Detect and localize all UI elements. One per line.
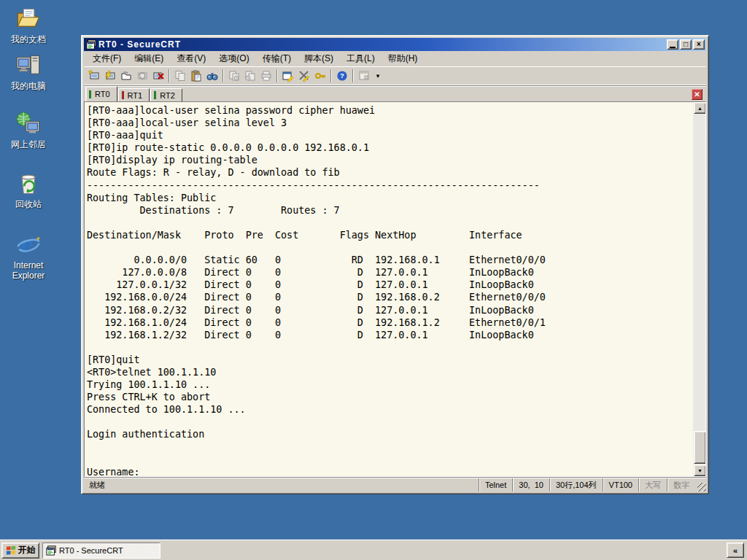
status-protocol: Telnet	[479, 478, 512, 491]
close-button[interactable]: ×	[693, 39, 705, 50]
task-button-label: RT0 - SecureCRT	[59, 546, 123, 555]
connect-in-tab-icon[interactable]	[118, 69, 134, 83]
find-icon[interactable]	[204, 69, 220, 83]
terminal-text: [RT0-aaa]local-user selina password ciph…	[85, 102, 693, 476]
desktop-icon-label: 我的电脑	[4, 81, 53, 91]
toolbar: ? ▾	[84, 66, 706, 85]
session-manager-icon[interactable]	[356, 69, 372, 83]
tab-label: RT1	[128, 91, 143, 100]
start-label: 开始	[18, 544, 36, 556]
global-options-icon[interactable]	[296, 69, 312, 83]
session-options-icon[interactable]	[280, 69, 296, 83]
terminal-screen[interactable]: [RT0-aaa]local-user selina password ciph…	[85, 102, 693, 476]
tab-status-connected-icon	[154, 91, 156, 99]
menu-file[interactable]: 文件(F)	[86, 51, 128, 66]
desktop-icon-my-computer[interactable]: 我的电脑	[4, 52, 53, 91]
desktop-icon-network-places[interactable]: 网上邻居	[4, 111, 53, 149]
status-rows-cols: 30行,104列	[549, 478, 603, 491]
tab-status-disconnected-icon	[122, 91, 124, 99]
quick-connect-icon[interactable]	[102, 69, 118, 83]
maximize-button[interactable]: □	[680, 39, 692, 50]
tab-status-connected-icon	[89, 90, 91, 98]
menu-options[interactable]: 选项(O)	[212, 51, 255, 66]
menu-view[interactable]: 查看(V)	[170, 51, 212, 66]
scroll-up-icon[interactable]: ▲	[694, 102, 706, 114]
my-computer-icon	[15, 52, 42, 79]
toolbar-separator	[276, 69, 278, 82]
scrollbar-thumb[interactable]	[694, 431, 706, 464]
securecrt-window: RT0 - SecureCRT □ × 文件(F) 编辑(E) 查看(V) 选项…	[81, 35, 709, 494]
securecrt-app-icon	[46, 545, 56, 556]
tab-rt1[interactable]: RT1	[118, 88, 150, 101]
network-places-icon	[15, 111, 42, 137]
tab-close-button[interactable]: ✕	[692, 89, 703, 100]
help-icon[interactable]: ?	[334, 69, 350, 83]
window-title: RT0 - SecureCRT	[98, 39, 665, 50]
tab-label: RT2	[160, 91, 175, 100]
print-icon[interactable]	[258, 69, 274, 83]
recycle-bin-icon	[15, 171, 42, 197]
svg-text:?: ?	[340, 71, 344, 79]
toolbar-separator	[222, 69, 224, 82]
titlebar[interactable]: RT0 - SecureCRT □ ×	[84, 38, 706, 51]
toolbar-separator	[352, 69, 354, 82]
securecrt-app-icon	[86, 39, 96, 50]
menu-edit[interactable]: 编辑(E)	[128, 51, 170, 66]
internet-explorer-icon: e	[15, 232, 42, 258]
resize-grip[interactable]	[695, 478, 706, 491]
windows-logo-icon	[6, 545, 16, 556]
receive-file-icon[interactable]	[242, 69, 258, 83]
desktop-icon-label: 我的文档	[4, 34, 53, 44]
menu-script[interactable]: 脚本(S)	[298, 51, 340, 66]
taskbar: 开始 RT0 - SecureCRT «	[0, 540, 747, 560]
connect-icon[interactable]	[86, 69, 102, 83]
session-tabbar: RT0 RT1 RT2 ✕	[84, 85, 706, 101]
terminal-area: [RT0-aaa]local-user selina password ciph…	[84, 101, 706, 477]
status-emulation: VT100	[603, 478, 638, 491]
disconnect-icon[interactable]	[150, 69, 166, 83]
tab-label: RT0	[95, 90, 110, 98]
menu-help[interactable]: 帮助(H)	[382, 51, 425, 66]
start-button[interactable]: 开始	[1, 542, 39, 559]
scroll-down-icon[interactable]: ▼	[694, 464, 706, 476]
tray-expander-button[interactable]: «	[727, 542, 744, 558]
desktop[interactable]: { "desktop": { "background_color": "#3A6…	[0, 0, 747, 560]
taskbar-task-securecrt[interactable]: RT0 - SecureCRT	[42, 542, 160, 559]
desktop-icon-recycle-bin[interactable]: 回收站	[4, 171, 53, 209]
vertical-scrollbar[interactable]: ▲ ▼	[693, 102, 705, 476]
desktop-icon-label: Internet Explorer	[4, 260, 53, 281]
tab-rt0[interactable]: RT0	[85, 86, 117, 101]
desktop-icon-internet-explorer[interactable]: e Internet Explorer	[4, 232, 53, 281]
desktop-icon-label: 网上邻居	[4, 139, 53, 149]
status-caps-lock: 大写	[638, 478, 667, 491]
status-cursor-position: 30, 10	[512, 478, 549, 491]
desktop-icon-my-documents[interactable]: 我的文档	[4, 6, 53, 44]
menu-transfer[interactable]: 传输(T)	[256, 51, 298, 66]
toolbar-separator	[169, 69, 170, 82]
minimize-button[interactable]	[667, 39, 678, 50]
paste-icon[interactable]	[188, 69, 204, 83]
svg-text:e: e	[21, 232, 35, 257]
menu-tools[interactable]: 工具(L)	[340, 51, 382, 66]
status-ready: 就绪	[84, 478, 479, 491]
copy-icon[interactable]	[172, 69, 188, 83]
toolbar-separator	[330, 69, 332, 82]
statusbar: 就绪 Telnet 30, 10 30行,104列 VT100 大写 数字	[84, 477, 706, 491]
toolbar-overflow-icon[interactable]: ▾	[374, 72, 382, 79]
reconnect-icon[interactable]	[134, 69, 150, 83]
status-num-lock: 数字	[667, 478, 695, 491]
menubar: 文件(F) 编辑(E) 查看(V) 选项(O) 传输(T) 脚本(S) 工具(L…	[84, 51, 706, 66]
keymap-icon[interactable]	[312, 69, 328, 83]
tab-rt2[interactable]: RT2	[150, 88, 182, 101]
send-file-icon[interactable]	[226, 69, 242, 83]
my-documents-icon	[15, 6, 42, 32]
desktop-icon-label: 回收站	[4, 199, 53, 209]
